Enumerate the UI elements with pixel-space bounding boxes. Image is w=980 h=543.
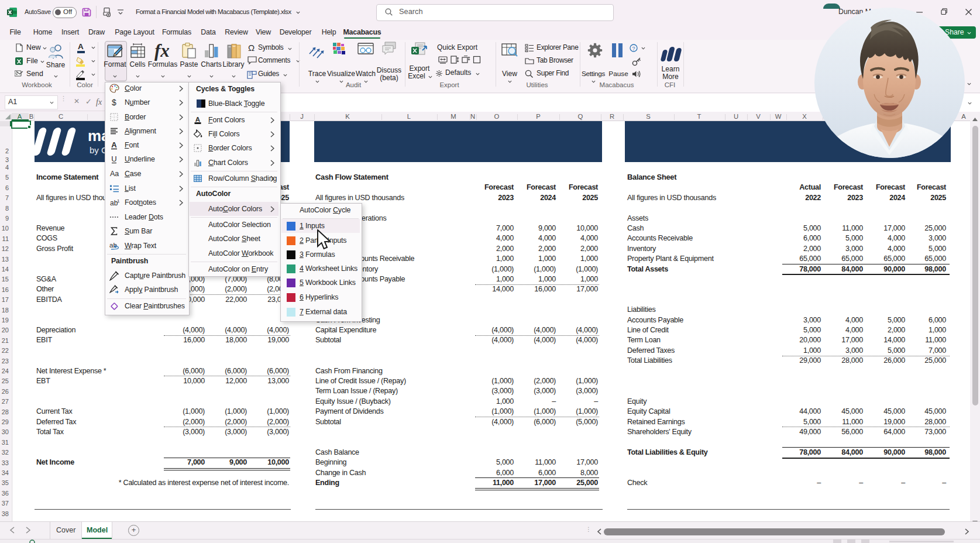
svg-text:U: U bbox=[111, 154, 116, 163]
svg-text:Aa: Aa bbox=[110, 170, 119, 178]
svg-text:?: ? bbox=[632, 45, 635, 51]
svg-text:A: A bbox=[111, 140, 117, 149]
svg-text:1: 1 bbox=[117, 198, 120, 204]
svg-text:A: A bbox=[195, 115, 200, 122]
svg-text:$: $ bbox=[112, 98, 116, 107]
